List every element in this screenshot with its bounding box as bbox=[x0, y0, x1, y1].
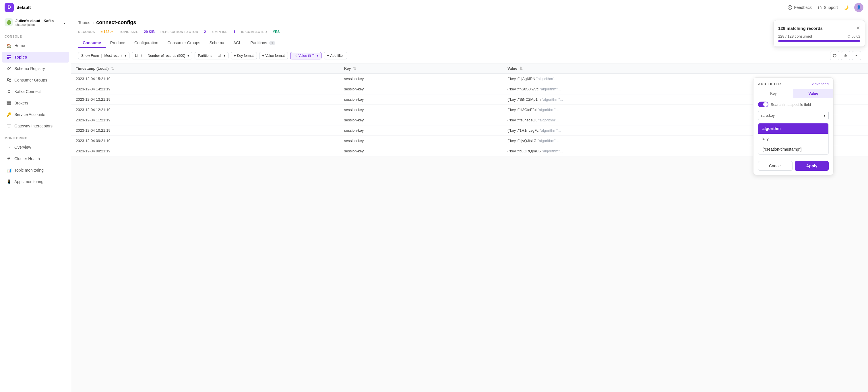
sidebar-item-schema-registry[interactable]: Schema Registry bbox=[2, 63, 69, 74]
sidebar-item-label: Gateway Interceptors bbox=[14, 124, 53, 128]
download-button[interactable] bbox=[841, 51, 850, 60]
sidebar-item-label: Consumer Groups bbox=[14, 78, 47, 83]
svg-point-11 bbox=[10, 104, 10, 104]
records-table-area: Timestamp (Local) ⇅ Key ⇅ Value ⇅ 2023-1… bbox=[71, 63, 868, 392]
sidebar-item-label: Service Accounts bbox=[14, 112, 45, 117]
field-select[interactable]: rare.key ▾ bbox=[758, 111, 829, 120]
sidebar-item-kafka-connect[interactable]: ⚙ Kafka Connect bbox=[2, 86, 69, 97]
sidebar-item-topic-monitoring[interactable]: 📊 Topic monitoring bbox=[2, 165, 69, 175]
tab-produce[interactable]: Produce bbox=[105, 38, 130, 48]
sidebar-item-label: Brokers bbox=[14, 101, 28, 105]
sidebar-item-apps-monitoring[interactable]: 📱 Apps monitoring bbox=[2, 176, 69, 187]
consumed-time: ⏱ 00:02 bbox=[847, 34, 860, 38]
sidebar-item-label: Topic monitoring bbox=[14, 168, 43, 172]
sidebar-item-gateway-interceptors[interactable]: Gateway Interceptors bbox=[2, 121, 69, 131]
sidebar-item-consumer-groups[interactable]: Consumer Groups bbox=[2, 75, 69, 86]
svg-point-10 bbox=[10, 102, 10, 102]
tab-consume[interactable]: Consume bbox=[78, 38, 105, 48]
col-timestamp[interactable]: Timestamp (Local) ⇅ bbox=[71, 63, 340, 74]
meta-minisr-label: < MIN ISR bbox=[212, 30, 228, 34]
filter-tab-key[interactable]: Key bbox=[753, 89, 794, 98]
filter-cancel-button[interactable]: Cancel bbox=[758, 161, 793, 171]
show-from-button[interactable]: Show From | Most recent ▾ bbox=[78, 52, 129, 59]
filter-close-icon[interactable]: ✕ bbox=[294, 54, 298, 58]
table-row[interactable]: 2023-12-04 12:21:19 session-key {"key":"… bbox=[71, 105, 868, 115]
show-from-value: Most recent bbox=[104, 54, 122, 58]
svg-rect-5 bbox=[7, 58, 9, 59]
sidebar-item-label: Home bbox=[14, 43, 25, 48]
sidebar-item-overview[interactable]: 〰 Overview bbox=[2, 142, 69, 153]
limit-button[interactable]: Limit | Number of records (500) ▾ bbox=[132, 52, 192, 59]
svg-rect-1 bbox=[818, 7, 819, 9]
cluster-name: Julien's cloud - Kafka bbox=[16, 19, 60, 23]
refresh-button[interactable] bbox=[830, 51, 839, 60]
value-format-button[interactable]: + Value format bbox=[259, 52, 288, 59]
cluster-info: Julien's cloud - Kafka shadow-julien bbox=[16, 19, 60, 26]
sidebar-item-service-accounts[interactable]: 🔑 Service Accounts bbox=[2, 109, 69, 120]
value-filter-button[interactable]: ✕ Value ⊟ "" ▾ bbox=[290, 52, 322, 59]
filter-panel: ADD FILTER Advanced Key Value Search in … bbox=[753, 77, 834, 175]
col-key[interactable]: Key ⇅ bbox=[340, 63, 503, 74]
cluster-chevron-icon: ⌄ bbox=[63, 20, 66, 25]
dropdown-item-creation-timestamp[interactable]: ["creation-timestamp"] bbox=[758, 144, 828, 154]
dropdown-item-algorithm[interactable]: algorithm bbox=[758, 123, 828, 134]
main-content: Topics › connect-configs RECORDS ≈ 128 ⚠… bbox=[71, 15, 868, 392]
top-header: D default Feedback Support 🌙 👤 bbox=[0, 0, 868, 15]
toggle-row: Search in a specific field bbox=[758, 102, 829, 107]
table-row[interactable]: 2023-12-04 14:21:19 session-key {"key":"… bbox=[71, 84, 868, 94]
service-accounts-icon: 🔑 bbox=[6, 112, 11, 117]
cell-key: session-key bbox=[340, 136, 503, 146]
more-options-button[interactable] bbox=[852, 51, 861, 60]
sidebar-item-label: Kafka Connect bbox=[14, 89, 41, 94]
sidebar-item-label: Schema Registry bbox=[14, 66, 45, 71]
progress-fill bbox=[778, 40, 860, 42]
table-row[interactable]: 2023-12-04 15:21:19 session-key {"key":"… bbox=[71, 74, 868, 84]
cell-timestamp: 2023-12-04 13:21:19 bbox=[71, 94, 340, 105]
partitions-button[interactable]: Partitions | all ▾ bbox=[195, 52, 228, 59]
cell-timestamp: 2023-12-04 09:21:19 bbox=[71, 136, 340, 146]
cell-timestamp: 2023-12-04 11:21:19 bbox=[71, 115, 340, 125]
cluster-selector[interactable]: 🟢 Julien's cloud - Kafka shadow-julien ⌄ bbox=[0, 15, 71, 30]
filter-tab-value[interactable]: Value bbox=[794, 89, 833, 98]
col-value[interactable]: Value ⇅ bbox=[503, 63, 868, 74]
feedback-button[interactable]: Feedback bbox=[787, 5, 811, 10]
support-button[interactable]: Support bbox=[817, 5, 838, 10]
download-icon bbox=[844, 54, 848, 58]
specific-field-toggle[interactable] bbox=[758, 102, 768, 107]
sidebar-item-home[interactable]: 🏠 Home bbox=[2, 40, 69, 51]
filter-apply-button[interactable]: Apply bbox=[795, 161, 829, 171]
tab-acl[interactable]: ACL bbox=[229, 38, 246, 48]
show-from-label: Show From bbox=[81, 54, 99, 58]
breadcrumb-topics[interactable]: Topics bbox=[78, 20, 90, 25]
table-row[interactable]: 2023-12-04 08:21:19 session-key {"key":"… bbox=[71, 146, 868, 156]
popup-close-button[interactable]: ✕ bbox=[856, 25, 860, 31]
sidebar-item-brokers[interactable]: Brokers bbox=[2, 98, 69, 108]
filter-advanced-link[interactable]: Advanced bbox=[812, 82, 829, 86]
table-row[interactable]: 2023-12-04 11:21:19 session-key {"key":"… bbox=[71, 115, 868, 125]
meta-compacted-label: IS COMPACTED bbox=[241, 30, 267, 34]
support-label: Support bbox=[824, 5, 838, 10]
meta-size-value: 29 KiB bbox=[144, 30, 155, 34]
overview-icon: 〰 bbox=[6, 144, 11, 150]
user-avatar[interactable]: 👤 bbox=[854, 3, 863, 12]
svg-point-0 bbox=[788, 5, 792, 9]
meta-records-value: ≈ 128 ⚠ bbox=[101, 30, 113, 34]
sidebar-item-topics[interactable]: Topics bbox=[2, 52, 69, 63]
tab-partitions[interactable]: Partitions 1 bbox=[246, 38, 280, 48]
table-row[interactable]: 2023-12-04 13:21:19 session-key {"key":"… bbox=[71, 94, 868, 105]
tab-consumer-groups[interactable]: Consumer Groups bbox=[163, 38, 205, 48]
sidebar-item-label: Overview bbox=[14, 145, 31, 150]
add-filter-button[interactable]: + Add filter bbox=[324, 52, 347, 59]
table-row[interactable]: 2023-12-04 10:21:19 session-key {"key":"… bbox=[71, 125, 868, 136]
consumed-row: 128 / 128 consumed ⏱ 00:02 bbox=[778, 34, 860, 38]
dropdown-item-key[interactable]: key bbox=[758, 134, 828, 144]
key-format-button[interactable]: + Key format bbox=[231, 52, 257, 59]
tab-configuration[interactable]: Configuration bbox=[130, 38, 163, 48]
popup-header: 128 matching records ✕ bbox=[778, 25, 860, 31]
table-row[interactable]: 2023-12-04 09:21:19 session-key {"key":"… bbox=[71, 136, 868, 146]
cell-timestamp: 2023-12-04 10:21:19 bbox=[71, 125, 340, 136]
theme-toggle[interactable]: 🌙 bbox=[844, 5, 848, 10]
tab-schema[interactable]: Schema bbox=[205, 38, 229, 48]
limit-value: Number of records (500) bbox=[148, 54, 185, 58]
sidebar-item-cluster-health[interactable]: ❤ Cluster Health bbox=[2, 153, 69, 164]
